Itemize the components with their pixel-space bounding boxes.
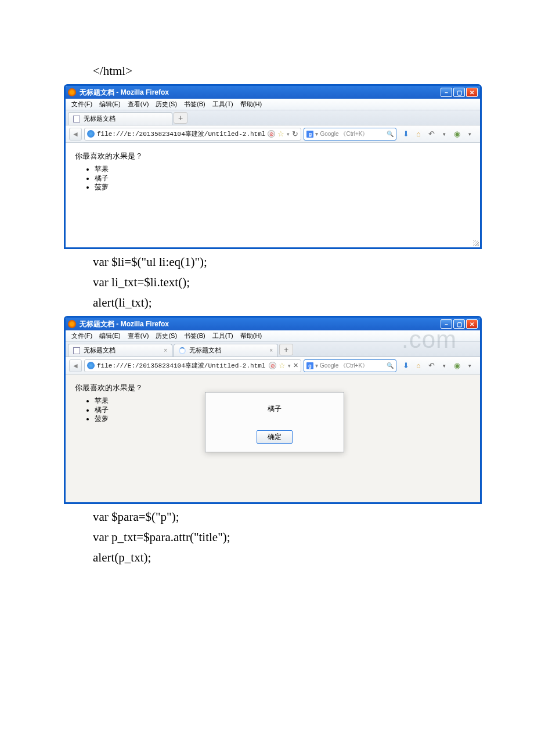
- nav-bar: ◄ file:///E:/201358234104辜建波/Untitled-2.…: [66, 125, 480, 143]
- code-line: var $li=$("ul li:eq(1)");: [93, 255, 482, 269]
- nav-bar: ◄ file:///E:/201358234104辜建波/Untitled-2.…: [66, 357, 480, 375]
- menu-bar: 文件(F) 编辑(E) 查看(V) 历史(S) 书签(B) 工具(T) 帮助(H…: [66, 99, 480, 110]
- back-button[interactable]: ◄: [69, 359, 82, 372]
- list-item: 苹果: [95, 165, 471, 174]
- menu-tools[interactable]: 工具(T): [210, 99, 236, 110]
- alert-message: 橘子: [205, 404, 344, 414]
- menu-file[interactable]: 文件(F): [69, 99, 95, 110]
- url-text: file:///E:/201358234104辜建波/Untitled-2.ht…: [97, 129, 265, 138]
- loading-icon: [179, 347, 186, 354]
- code-line: </html>: [93, 64, 482, 78]
- undo-icon[interactable]: ↶: [427, 361, 436, 370]
- url-bar[interactable]: file:///E:/201358234104辜建波/Untitled-2.ht…: [84, 128, 301, 141]
- tab-label: 无标题文档: [84, 346, 116, 355]
- menu-edit[interactable]: 编辑(E): [97, 330, 123, 341]
- menu-history[interactable]: 历史(S): [153, 330, 179, 341]
- menu-view[interactable]: 查看(V): [125, 99, 151, 110]
- alert-ok-button[interactable]: 确定: [257, 430, 293, 444]
- addon-icon[interactable]: ◉: [452, 361, 461, 370]
- dropdown-icon[interactable]: ▾: [288, 363, 291, 369]
- list-item: 橘子: [95, 174, 471, 183]
- menu-file[interactable]: 文件(F): [69, 330, 95, 341]
- search-bar[interactable]: g ▾ Google 《Ctrl+K》 🔍: [304, 359, 396, 372]
- menu-help[interactable]: 帮助(H): [238, 99, 264, 110]
- list-item: 菠萝: [95, 183, 471, 192]
- browser-window-1: 无标题文档 - Mozilla Firefox – ▢ ✕ 文件(F) 编辑(E…: [64, 84, 482, 249]
- menu-bookmarks[interactable]: 书签(B): [182, 330, 208, 341]
- page-content: 你最喜欢的水果是？ 苹果 橘子 菠萝: [66, 143, 480, 247]
- dropdown-icon[interactable]: ▾: [465, 131, 474, 137]
- firefox-icon: [68, 88, 76, 96]
- menu-bar: 文件(F) 编辑(E) 查看(V) 历史(S) 书签(B) 工具(T) 帮助(H…: [66, 330, 480, 342]
- title-bar: 无标题文档 - Mozilla Firefox – ▢ ✕: [66, 86, 480, 99]
- code-line: var p_txt=$para.attr("title");: [93, 530, 482, 545]
- tab-strip: 无标题文档 +: [66, 110, 480, 125]
- maximize-button[interactable]: ▢: [453, 319, 465, 329]
- menu-view[interactable]: 查看(V): [125, 330, 151, 341]
- url-text: file:///E:/201358234104辜建波/Untitled-2.ht…: [97, 361, 265, 370]
- window-title: 无标题文档 - Mozilla Firefox: [80, 319, 169, 329]
- minimize-button[interactable]: –: [441, 88, 452, 97]
- maximize-button[interactable]: ▢: [453, 88, 465, 97]
- close-button[interactable]: ✕: [466, 88, 478, 97]
- url-bar[interactable]: file:///E:/201358234104辜建波/Untitled-2.ht…: [84, 359, 301, 372]
- block-icon[interactable]: ⊘: [269, 362, 276, 369]
- globe-icon: [87, 362, 95, 369]
- minimize-button[interactable]: –: [441, 319, 452, 329]
- tab-label: 无标题文档: [189, 346, 221, 355]
- browser-window-2: 无标题文档 - Mozilla Firefox – ▢ ✕ 文件(F) 编辑(E…: [64, 316, 482, 504]
- menu-tools[interactable]: 工具(T): [210, 330, 236, 341]
- question-text: 你最喜欢的水果是？: [75, 151, 471, 161]
- close-button[interactable]: ✕: [466, 319, 478, 329]
- google-icon: g: [306, 131, 313, 138]
- code-line: alert(p_txt);: [93, 550, 482, 565]
- search-icon[interactable]: 🔍: [387, 131, 394, 137]
- browser-tab-loading[interactable]: 无标题文档 ×: [174, 344, 278, 357]
- browser-tab[interactable]: 无标题文档 ×: [68, 344, 172, 357]
- page-content: 你最喜欢的水果是？ 苹果 橘子 菠萝 橘子 确定: [66, 375, 480, 502]
- dropdown-icon[interactable]: ▾: [439, 363, 449, 369]
- block-icon[interactable]: ⊘: [268, 130, 275, 138]
- addon-icon[interactable]: ◉: [452, 129, 461, 138]
- code-line: alert(li_txt);: [93, 296, 482, 310]
- code-line: var $para=$("p");: [93, 510, 482, 524]
- page-icon: [73, 347, 80, 354]
- browser-tab[interactable]: 无标题文档: [68, 112, 172, 125]
- menu-bookmarks[interactable]: 书签(B): [182, 99, 208, 110]
- search-placeholder: Google 《Ctrl+K》: [320, 362, 368, 370]
- search-placeholder: Google 《Ctrl+K》: [320, 130, 368, 138]
- globe-icon: [87, 130, 95, 138]
- dropdown-icon[interactable]: ▾: [287, 131, 290, 137]
- download-icon[interactable]: ⬇: [401, 129, 410, 138]
- stop-icon[interactable]: ✕: [293, 362, 298, 369]
- fruit-list: 苹果 橘子 菠萝: [95, 165, 471, 192]
- tab-strip: 无标题文档 × 无标题文档 × + .com: [66, 342, 480, 357]
- menu-edit[interactable]: 编辑(E): [97, 99, 123, 110]
- search-bar[interactable]: g ▾ Google 《Ctrl+K》 🔍: [304, 128, 396, 141]
- new-tab-button[interactable]: +: [279, 344, 293, 355]
- page-icon: [73, 116, 80, 123]
- title-bar: 无标题文档 - Mozilla Firefox – ▢ ✕: [66, 318, 480, 330]
- bookmark-star-icon[interactable]: ☆: [279, 361, 286, 370]
- bookmark-star-icon[interactable]: ☆: [277, 129, 284, 138]
- dropdown-icon[interactable]: ▾: [439, 131, 449, 137]
- home-icon[interactable]: ⌂: [414, 129, 423, 138]
- alert-dialog: 橘子 确定: [205, 392, 344, 452]
- resize-grip[interactable]: [473, 240, 479, 246]
- tab-close-icon[interactable]: ×: [164, 347, 167, 354]
- menu-help[interactable]: 帮助(H): [238, 330, 264, 341]
- tab-close-icon[interactable]: ×: [269, 347, 273, 354]
- search-icon[interactable]: 🔍: [387, 362, 394, 369]
- dropdown-icon[interactable]: ▾: [465, 363, 474, 369]
- tab-label: 无标题文档: [84, 114, 116, 123]
- new-tab-button[interactable]: +: [174, 112, 187, 124]
- menu-history[interactable]: 历史(S): [153, 99, 179, 110]
- download-icon[interactable]: ⬇: [401, 361, 410, 370]
- google-icon: g: [306, 362, 313, 369]
- reload-icon[interactable]: ↻: [292, 129, 298, 138]
- window-title: 无标题文档 - Mozilla Firefox: [80, 88, 169, 98]
- undo-icon[interactable]: ↶: [427, 129, 436, 138]
- back-button[interactable]: ◄: [69, 128, 82, 141]
- code-line: var li_txt=$li.text();: [93, 275, 482, 290]
- home-icon[interactable]: ⌂: [414, 361, 423, 370]
